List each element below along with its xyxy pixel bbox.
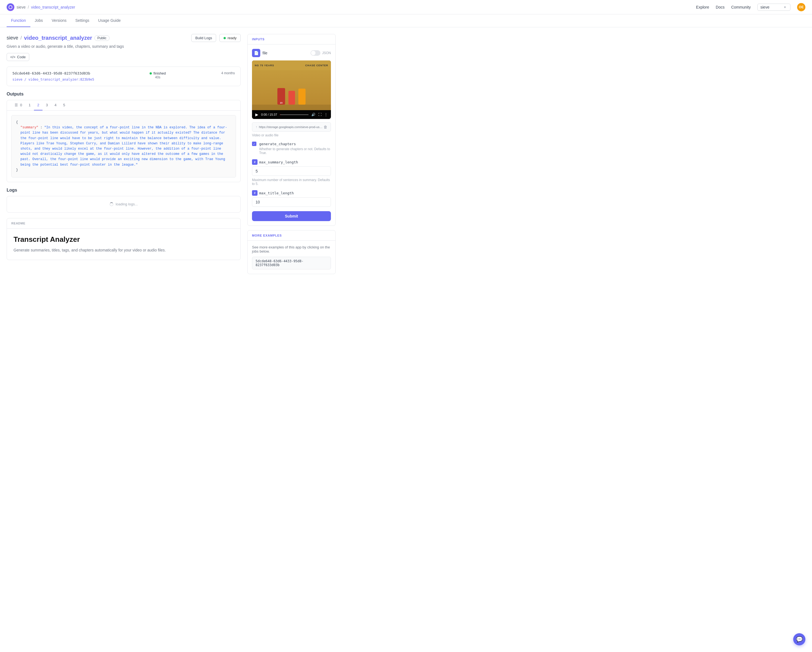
player-3 bbox=[298, 89, 305, 105]
nav-community[interactable]: Community bbox=[731, 5, 751, 9]
page-title-row: sieve / video_transcript_analyzer Public… bbox=[7, 34, 241, 42]
logs-section: Logs loading logs... bbox=[7, 188, 241, 212]
code-button-label: Code bbox=[17, 55, 26, 59]
tab-jobs[interactable]: Jobs bbox=[31, 14, 47, 27]
nav-search[interactable]: ▾ bbox=[757, 4, 791, 11]
generate-chapters-row: ✓ generate_chapters bbox=[252, 142, 331, 146]
nav-docs[interactable]: Docs bbox=[716, 5, 725, 9]
output-tab-4[interactable]: 4 bbox=[51, 100, 60, 110]
job-card[interactable]: 5dcde648-63d6-4433-95d8-8237f633d03b sie… bbox=[7, 67, 241, 86]
page-org: sieve bbox=[7, 35, 18, 41]
page-title-right: Build Logs ready bbox=[191, 34, 241, 42]
code-colon: : bbox=[40, 125, 44, 130]
more-examples-header: MORE EXAMPLES bbox=[247, 231, 335, 241]
tab-function[interactable]: Function bbox=[7, 14, 31, 27]
outputs-section: Outputs ☰ 0 1 2 3 4 5 { bbox=[7, 92, 241, 182]
player-1: 23 bbox=[277, 88, 285, 105]
json-toggle-label: JSON bbox=[322, 51, 331, 55]
output-tab-1[interactable]: 1 bbox=[25, 100, 34, 110]
output-tab-5[interactable]: 5 bbox=[60, 100, 69, 110]
loading-text: loading logs... bbox=[116, 202, 138, 206]
readme-description: Generate summaries, titles, tags, and ch… bbox=[14, 247, 234, 253]
job-sub-link[interactable]: sieve / video_transcript_analyzer:823b9e… bbox=[12, 78, 94, 81]
generate-chapters-label: generate_chapters bbox=[259, 142, 296, 146]
job-card-inner: 5dcde648-63d6-4433-95d8-8237f633d03b sie… bbox=[12, 71, 235, 81]
volume-button[interactable]: 🔊 bbox=[311, 113, 316, 116]
page-title-left: sieve / video_transcript_analyzer Public bbox=[7, 35, 110, 41]
json-toggle: JSON bbox=[310, 50, 331, 56]
build-logs-button[interactable]: Build Logs bbox=[191, 34, 217, 42]
file-url-text: https://storage.googleapis.com/sieve-pro… bbox=[259, 125, 324, 129]
output-content: { "summary" : "In this video, the concep… bbox=[7, 111, 240, 182]
players: 23 bbox=[277, 88, 305, 105]
page-slash: / bbox=[20, 35, 22, 41]
max-summary-input[interactable] bbox=[252, 166, 331, 176]
output-tab-0[interactable]: ☰ 0 bbox=[11, 100, 25, 110]
main-layout: sieve / video_transcript_analyzer Public… bbox=[0, 27, 342, 281]
submit-button[interactable]: Submit bbox=[252, 211, 331, 221]
generate-chapters-desc: Whether to generate chapters or not. Def… bbox=[259, 147, 331, 155]
output-tab-3[interactable]: 3 bbox=[43, 100, 51, 110]
tab-versions[interactable]: Versions bbox=[47, 14, 71, 27]
breadcrumb-org[interactable]: sieve bbox=[17, 5, 26, 9]
code-summary-key: "summary" bbox=[20, 125, 38, 130]
more-options-button[interactable]: ⋮ bbox=[324, 113, 328, 116]
nav-explore[interactable]: Explore bbox=[696, 5, 709, 9]
generate-chapters-checkbox[interactable]: ✓ bbox=[252, 142, 256, 146]
output-card: ☰ 0 1 2 3 4 5 { "summary" : "I bbox=[7, 100, 241, 182]
job-status-text: finished bbox=[153, 71, 166, 75]
json-toggle-track[interactable] bbox=[310, 50, 321, 56]
file-icon: 📄 bbox=[252, 49, 260, 57]
sieve-logo-icon[interactable] bbox=[7, 3, 14, 11]
job-status-row: finished bbox=[150, 71, 166, 75]
public-badge: Public bbox=[95, 35, 110, 41]
job-id: 5dcde648-63d6-4433-95d8-8237f633d03b bbox=[12, 71, 94, 75]
file-label: file bbox=[263, 51, 308, 55]
max-title-badge: # max_title_length bbox=[252, 190, 331, 196]
code-icon: </> bbox=[10, 55, 15, 59]
max-title-input[interactable] bbox=[252, 197, 331, 207]
file-input-row: 📄 file JSON bbox=[252, 49, 331, 57]
play-button[interactable]: ▶ bbox=[255, 112, 258, 117]
tab-settings[interactable]: Settings bbox=[71, 14, 94, 27]
video-container: NG 75 YEARS CHASE CENTER 23 bbox=[252, 60, 331, 119]
avatar[interactable]: OE bbox=[797, 3, 805, 11]
left-panel: sieve / video_transcript_analyzer Public… bbox=[7, 34, 241, 274]
page-name: video_transcript_analyzer bbox=[24, 35, 92, 41]
job-left: 5dcde648-63d6-4433-95d8-8237f633d03b sie… bbox=[12, 71, 94, 81]
tab-usage-guide[interactable]: Usage Guide bbox=[94, 14, 125, 27]
code-block: { "summary" : "In this video, the concep… bbox=[11, 115, 236, 177]
output-tab-2[interactable]: 2 bbox=[34, 100, 43, 110]
inputs-panel: INPUTS 📄 file JSON bbox=[247, 34, 336, 226]
code-button[interactable]: </> Code bbox=[7, 53, 29, 61]
readme-title: Transcript Analyzer bbox=[14, 235, 234, 244]
player-2 bbox=[288, 91, 295, 105]
toggle-thumb bbox=[311, 51, 316, 55]
example-job-id[interactable]: 5dcde648-63d6-4433-95d8-8237f633d03b bbox=[252, 257, 331, 269]
delete-file-button[interactable]: 🗑 bbox=[324, 125, 327, 129]
more-examples-description: See more examples of this app by clickin… bbox=[252, 245, 331, 253]
output-tabs: ☰ 0 1 2 3 4 5 bbox=[7, 100, 240, 111]
code-summary-value: "In this video, the concept of a four-po… bbox=[20, 125, 227, 166]
max-summary-label: max_summary_length bbox=[259, 160, 298, 164]
status-ready-indicator: ready bbox=[220, 34, 241, 42]
output-tab-icon-0: ☰ bbox=[15, 103, 18, 107]
readme-header: README bbox=[7, 218, 240, 229]
court-floor bbox=[252, 105, 331, 110]
time-display: 0:00 / 15:37 bbox=[261, 113, 277, 116]
job-time-ago: 4 months bbox=[221, 71, 235, 75]
video-progress-bar[interactable] bbox=[280, 114, 308, 115]
chevron-down-icon: ▾ bbox=[784, 5, 786, 9]
job-status-dot bbox=[150, 72, 152, 75]
video-placeholder: NG 75 YEARS CHASE CENTER 23 bbox=[252, 60, 331, 110]
job-duration: 40s bbox=[150, 75, 166, 79]
status-text: ready bbox=[227, 36, 237, 40]
fullscreen-button[interactable]: ⛶ bbox=[318, 113, 322, 116]
breadcrumb-repo[interactable]: video_transcript_analyzer bbox=[31, 5, 75, 9]
header: sieve / video_transcript_analyzer Explor… bbox=[0, 0, 812, 14]
code-close-brace: } bbox=[16, 168, 18, 172]
inputs-body: 📄 file JSON bbox=[247, 44, 335, 226]
search-input[interactable] bbox=[760, 5, 783, 9]
max-title-label: max_title_length bbox=[259, 191, 294, 195]
more-examples-body: See more examples of this app by clickin… bbox=[247, 241, 335, 274]
